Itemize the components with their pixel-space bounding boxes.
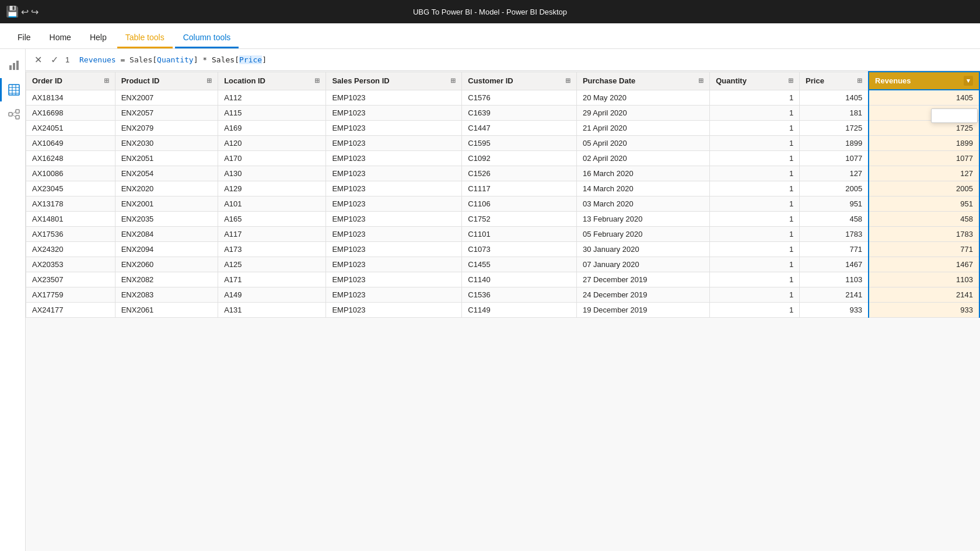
data-table: Order ID⊞ Product ID⊞ Location ID⊞ Sales… bbox=[26, 71, 980, 318]
cell-order_id: AX13178 bbox=[26, 196, 116, 212]
col-header-purchase-date[interactable]: Purchase Date⊞ bbox=[576, 72, 709, 90]
cell-quantity: 1 bbox=[710, 303, 800, 318]
cell-product_id: ENX2082 bbox=[115, 272, 218, 287]
table-row: AX14801ENX2035A165EMP1023C175213 Februar… bbox=[26, 212, 980, 227]
table-row: AX18134ENX2007A112EMP1023C157620 May 202… bbox=[26, 90, 980, 106]
cell-revenues: 2005 bbox=[869, 181, 979, 196]
cell-quantity: 1 bbox=[710, 227, 800, 242]
app-title: UBG To Power BI - Model - Power BI Deskt… bbox=[413, 8, 567, 16]
table-view-button[interactable] bbox=[0, 78, 26, 101]
view-icons-panel bbox=[0, 49, 26, 551]
cell-revenues: 933 bbox=[869, 303, 979, 318]
formula-cancel-button[interactable]: ✕ bbox=[32, 54, 44, 66]
table-row: AX10649ENX2030A120EMP1023C159505 April 2… bbox=[26, 136, 980, 151]
cell-location_id: A170 bbox=[218, 151, 326, 166]
col-header-product-id[interactable]: Product ID⊞ bbox=[115, 72, 218, 90]
cell-location_id: A131 bbox=[218, 303, 326, 318]
revenues-dropdown-arrow[interactable]: ▾ bbox=[964, 76, 973, 86]
cell-order_id: AX18134 bbox=[26, 90, 116, 106]
cell-order_id: AX17536 bbox=[26, 227, 116, 242]
cell-quantity: 1 bbox=[710, 287, 800, 303]
cell-order_id: AX20353 bbox=[26, 257, 116, 272]
cell-price: 771 bbox=[800, 242, 869, 257]
cell-price: 127 bbox=[800, 166, 869, 181]
cell-quantity: 1 bbox=[710, 212, 800, 227]
table-row: AX13178ENX2001A101EMP1023C110603 March 2… bbox=[26, 196, 980, 212]
cell-sales_person_id: EMP1023 bbox=[326, 272, 462, 287]
cell-order_id: AX16248 bbox=[26, 151, 116, 166]
svg-rect-18 bbox=[9, 65, 12, 70]
cell-sales_person_id: EMP1023 bbox=[326, 212, 462, 227]
cell-order_id: AX23045 bbox=[26, 181, 116, 196]
cell-location_id: A115 bbox=[218, 106, 326, 121]
col-header-order-id[interactable]: Order ID⊞ bbox=[26, 72, 116, 90]
menu-file[interactable]: File bbox=[9, 28, 39, 48]
cell-price: 458 bbox=[800, 212, 869, 227]
cell-customer_id: C1106 bbox=[462, 196, 577, 212]
cell-sales_person_id: EMP1023 bbox=[326, 242, 462, 257]
report-view-button[interactable] bbox=[0, 54, 26, 77]
cell-customer_id: C1149 bbox=[462, 303, 577, 318]
cell-order_id: AX14801 bbox=[26, 212, 116, 227]
table-header-row: Order ID⊞ Product ID⊞ Location ID⊞ Sales… bbox=[26, 72, 980, 90]
cell-customer_id: C1576 bbox=[462, 90, 577, 106]
cell-sales_person_id: EMP1023 bbox=[326, 287, 462, 303]
save-icon[interactable]: 💾 bbox=[6, 5, 19, 18]
table-row: AX17536ENX2084A117EMP1023C110105 Februar… bbox=[26, 227, 980, 242]
svg-rect-27 bbox=[9, 113, 12, 116]
cell-sales_person_id: EMP1023 bbox=[326, 136, 462, 151]
cell-customer_id: C1455 bbox=[462, 257, 577, 272]
cell-revenues: 1103 bbox=[869, 272, 979, 287]
cell-customer_id: C1447 bbox=[462, 121, 577, 136]
cell-location_id: A129 bbox=[218, 181, 326, 196]
cell-quantity: 1 bbox=[710, 136, 800, 151]
svg-line-31 bbox=[12, 114, 16, 117]
cell-quantity: 1 bbox=[710, 90, 800, 106]
cell-price: 1405 bbox=[800, 90, 869, 106]
col-header-location-id[interactable]: Location ID⊞ bbox=[218, 72, 326, 90]
cell-price: 1103 bbox=[800, 272, 869, 287]
table-row: AX10086ENX2054A130EMP1023C152616 March 2… bbox=[26, 166, 980, 181]
cell-location_id: A165 bbox=[218, 212, 326, 227]
cell-sales_person_id: EMP1023 bbox=[326, 181, 462, 196]
cell-quantity: 1 bbox=[710, 151, 800, 166]
cell-location_id: A173 bbox=[218, 242, 326, 257]
cell-customer_id: C1536 bbox=[462, 287, 577, 303]
menu-table-tools[interactable]: Table tools bbox=[117, 28, 173, 48]
table-body: AX18134ENX2007A112EMP1023C157620 May 202… bbox=[26, 90, 980, 318]
col-header-revenues[interactable]: Revenues ▾ Revenue bbox=[869, 72, 979, 90]
redo-icon[interactable]: ↪ bbox=[31, 6, 38, 17]
cell-sales_person_id: EMP1023 bbox=[326, 257, 462, 272]
col-header-customer-id[interactable]: Customer ID⊞ bbox=[462, 72, 577, 90]
table-area: Order ID⊞ Product ID⊞ Location ID⊞ Sales… bbox=[26, 71, 980, 551]
cell-product_id: ENX2030 bbox=[115, 136, 218, 151]
col-header-sales-person-id[interactable]: Sales Person ID⊞ bbox=[326, 72, 462, 90]
cell-product_id: ENX2057 bbox=[115, 106, 218, 121]
cell-product_id: ENX2051 bbox=[115, 151, 218, 166]
model-view-button[interactable] bbox=[0, 103, 26, 126]
cell-customer_id: C1595 bbox=[462, 136, 577, 151]
undo-icon[interactable]: ↩ bbox=[21, 6, 29, 17]
menu-help[interactable]: Help bbox=[82, 28, 115, 48]
svg-rect-29 bbox=[16, 115, 19, 119]
cell-location_id: A120 bbox=[218, 136, 326, 151]
cell-product_id: ENX2084 bbox=[115, 227, 218, 242]
cell-sales_person_id: EMP1023 bbox=[326, 151, 462, 166]
cell-purchase_date: 29 April 2020 bbox=[576, 106, 709, 121]
cell-revenues: 1077 bbox=[869, 151, 979, 166]
formula-confirm-button[interactable]: ✓ bbox=[48, 54, 61, 66]
cell-sales_person_id: EMP1023 bbox=[326, 106, 462, 121]
cell-revenues: 2141 bbox=[869, 287, 979, 303]
table-row: AX24051ENX2079A169EMP1023C144721 April 2… bbox=[26, 121, 980, 136]
col-header-price[interactable]: Price⊞ bbox=[800, 72, 869, 90]
cell-revenues: 1783 bbox=[869, 227, 979, 242]
menu-column-tools[interactable]: Column tools bbox=[175, 28, 239, 48]
col-header-quantity[interactable]: Quantity⊞ bbox=[710, 72, 800, 90]
cell-purchase_date: 13 February 2020 bbox=[576, 212, 709, 227]
cell-purchase_date: 19 December 2019 bbox=[576, 303, 709, 318]
cell-product_id: ENX2020 bbox=[115, 181, 218, 196]
cell-price: 181 bbox=[800, 106, 869, 121]
cell-revenues: 771 bbox=[869, 242, 979, 257]
cell-sales_person_id: EMP1023 bbox=[326, 121, 462, 136]
menu-home[interactable]: Home bbox=[41, 28, 79, 48]
